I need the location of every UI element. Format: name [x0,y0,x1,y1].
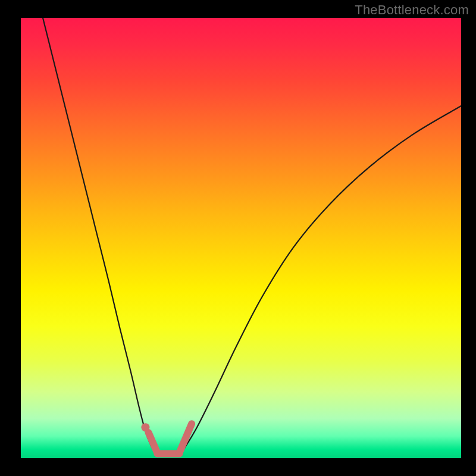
plot-area [21,18,461,458]
curve-left-branch [43,18,153,449]
marker-left-segment [149,433,158,453]
chart-frame: TheBottleneck.com [0,0,476,476]
curve-right-branch [184,106,461,449]
marker-right-segment [179,424,192,453]
curve-layer [21,18,461,458]
watermark-text: TheBottleneck.com [355,2,469,18]
